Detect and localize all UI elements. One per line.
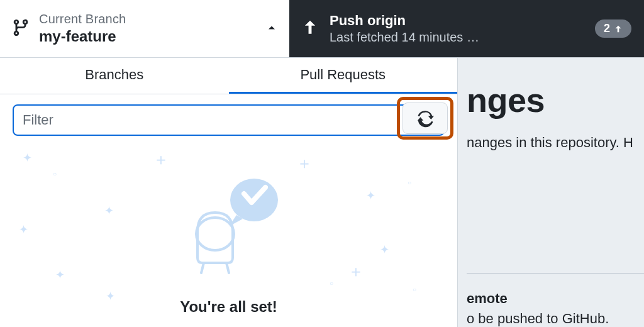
sync-icon [416, 109, 435, 128]
sparkle-icon: ✦ [380, 244, 389, 255]
content-bottom: emote o be pushed to GitHub. [467, 273, 644, 327]
bottom-desc-fragment: o be pushed to GitHub. [467, 311, 644, 327]
branch-label: Current Branch [39, 12, 257, 26]
filter-row [0, 94, 457, 143]
refresh-button[interactable] [402, 103, 448, 134]
git-branch-icon [11, 18, 30, 40]
arrow-up-icon [302, 19, 318, 38]
push-subtitle: Last fetched 14 minutes … [330, 30, 584, 45]
sparkle-dot-icon: ○ [330, 280, 333, 287]
dropdown-tabs: Branches Pull Requests [0, 58, 457, 94]
empty-state: ✦ ✕ ○ ✕ ✦ ✦ ○ ✦ ✦ ✕ ✦ ○ ✦ ○ [0, 143, 457, 327]
sparkle-icon: ✦ [55, 269, 65, 280]
refresh-highlight [397, 97, 453, 140]
branch-selector[interactable]: Current Branch my-feature [0, 0, 289, 57]
tab-pull-requests[interactable]: Pull Requests [229, 58, 458, 94]
svg-point-1 [196, 218, 234, 250]
push-count: 2 [604, 22, 610, 35]
push-count-badge: 2 [595, 19, 631, 38]
main-content: nges nanges in this repository. H emote … [458, 58, 644, 327]
filter-input[interactable] [13, 104, 445, 136]
sparkle-icon: ✦ [106, 291, 115, 302]
sparkle-dot-icon: ○ [408, 180, 411, 186]
tab-branches[interactable]: Branches [0, 58, 229, 94]
app-body: Branches Pull Requests ✦ ✕ ○ ✕ ✦ ✦ ○ ✦ ✦… [0, 58, 644, 327]
sparkle-icon: ✦ [366, 190, 375, 201]
app-toolbar: Current Branch my-feature Push origin La… [0, 0, 644, 58]
push-title: Push origin [330, 13, 584, 29]
bottom-title-fragment: emote [467, 291, 644, 307]
push-origin-button[interactable]: Push origin Last fetched 14 minutes … 2 [289, 0, 644, 57]
all-set-illustration [166, 169, 292, 278]
empty-state-title: You're all set! [180, 298, 277, 316]
sparkle-icon: ✕ [348, 265, 363, 279]
main-heading-fragment: nges [467, 80, 644, 119]
branch-text: Current Branch my-feature [39, 12, 257, 45]
sparkle-icon: ✦ [19, 224, 28, 235]
sparkle-icon: ✕ [153, 153, 168, 167]
svg-line-3 [226, 263, 229, 273]
main-subtext-fragment: nanges in this repository. H [467, 135, 644, 151]
push-text: Push origin Last fetched 14 minutes … [330, 13, 584, 45]
sparkle-icon: ✦ [23, 152, 32, 164]
sparkle-dot-icon: ○ [413, 287, 416, 293]
content-top: nges nanges in this repository. H [467, 58, 644, 151]
sparkle-dot-icon: ○ [53, 171, 57, 177]
branch-dropdown-panel: Branches Pull Requests ✦ ✕ ○ ✕ ✦ ✦ ○ ✦ ✦… [0, 58, 458, 327]
arrow-up-small-icon [614, 25, 623, 33]
sparkle-icon: ✕ [297, 157, 311, 171]
sparkle-icon: ✦ [104, 205, 114, 216]
caret-up-icon [265, 21, 278, 36]
svg-line-2 [201, 263, 204, 273]
branch-name: my-feature [39, 28, 257, 45]
